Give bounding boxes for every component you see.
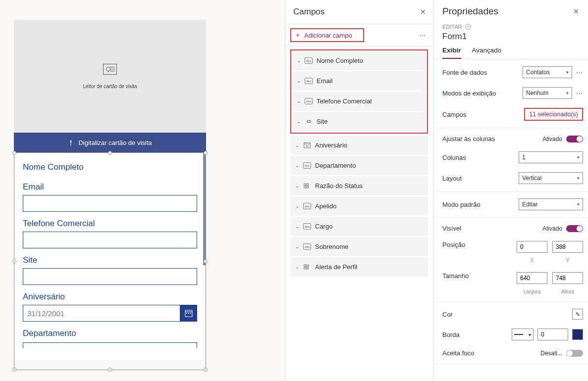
prop-label: Tamanho (442, 272, 469, 280)
field-list-item[interactable]: ⌄Site (292, 112, 427, 131)
position-x-input[interactable] (517, 241, 547, 253)
field-telefone-comercial[interactable]: Telefone Comercial (23, 219, 197, 248)
field-email[interactable]: Email (23, 182, 197, 212)
field-type-icon: Abc (305, 78, 313, 84)
field-list-item[interactable]: ⌄AbcCargo (290, 217, 428, 236)
svg-rect-26 (304, 265, 306, 267)
color-picker[interactable] (572, 309, 583, 320)
field-list-item[interactable]: ⌄AbcApelido (290, 196, 428, 216)
dropdown-value: Vertical (522, 175, 541, 182)
field-nome-completo[interactable]: Nome Completo (23, 162, 197, 175)
focus-toggle[interactable] (566, 350, 583, 357)
field-item-label: Cargo (315, 223, 332, 230)
more-icon[interactable]: ⋯ (576, 90, 583, 97)
field-list-item[interactable]: ⌄Alerta de Perfil (290, 257, 428, 277)
prop-label: Aceita foco (442, 349, 474, 357)
resize-handle[interactable] (12, 368, 16, 372)
tab-exibir[interactable]: Exibir (442, 47, 461, 59)
snap-columns-toggle[interactable] (566, 136, 583, 143)
chevron-down-icon: ⌄ (297, 58, 301, 63)
size-height-input[interactable] (552, 272, 583, 284)
field-list-item[interactable]: ⌄AbcNome Completo (292, 51, 427, 70)
field-type-icon (303, 264, 311, 270)
close-icon[interactable]: ✕ (573, 7, 579, 15)
field-list-item[interactable]: ⌄AbcEmail (292, 71, 427, 91)
email-input[interactable] (23, 195, 197, 212)
scan-card-label: Digitalizar cartão de visita (78, 139, 152, 146)
svg-rect-19 (307, 186, 309, 188)
field-list-item[interactable]: ⌄AbcDepartamento (290, 156, 428, 175)
more-icon[interactable]: ⋯ (576, 69, 583, 76)
border-style-dropdown[interactable]: ▾ (512, 329, 534, 340)
field-type-icon: Abc (305, 98, 313, 104)
departamento-input[interactable] (23, 342, 197, 348)
dropdown-value: 1 (522, 154, 526, 161)
fields-selected-link[interactable]: 11 selecionado(s) (524, 108, 583, 121)
dropdown-value: Editar (522, 201, 537, 208)
svg-text:Abc: Abc (306, 79, 312, 83)
date-picker-button[interactable] (180, 305, 197, 322)
fields-panel: Campos ✕ ＋ Adicionar campo ⋯ ⌄AbcNome Co… (285, 0, 433, 381)
chevron-down-icon: ▾ (577, 202, 580, 207)
prop-label: Campos (442, 111, 466, 118)
properties-title: Propriedades (442, 6, 498, 17)
fields-list: ⌄AbcNome Completo⌄AbcEmail⌄AbcTelefone C… (285, 47, 433, 381)
chevron-down-icon: ▾ (577, 176, 580, 181)
site-input[interactable] (23, 268, 197, 285)
axis-label: Largura (517, 289, 547, 294)
border-width-input[interactable] (537, 329, 568, 340)
field-site[interactable]: Site (23, 255, 197, 285)
svg-text:Abc: Abc (305, 204, 310, 208)
data-source-dropdown[interactable]: Contatos ▾ (523, 66, 572, 78)
close-icon[interactable]: ✕ (420, 8, 426, 16)
form-scrollbar[interactable] (203, 152, 206, 265)
info-icon[interactable]: ? (465, 24, 471, 30)
toggle-state: Ativado (542, 136, 562, 143)
field-list-item[interactable]: ⌄Razão do Status (290, 176, 428, 195)
prop-label: Fonte de dados (442, 69, 487, 76)
aniversario-input[interactable] (23, 305, 180, 322)
prop-label: Colunas (442, 154, 466, 161)
chevron-down-icon: ⌄ (297, 98, 301, 104)
field-list-item[interactable]: ⌄AbcSobrenome (290, 237, 428, 256)
field-list-item[interactable]: ⌄21Aniversário (290, 136, 428, 155)
chevron-down-icon: ⌄ (295, 264, 299, 270)
tab-avancado[interactable]: Avançado (472, 47, 502, 59)
phone-preview[interactable]: Leitor de cartão de visita ⭱ Digitalizar… (14, 20, 206, 360)
border-color-picker[interactable] (572, 329, 583, 340)
resize-handle[interactable] (204, 368, 208, 372)
field-aniversario[interactable]: Aniversário (23, 292, 197, 322)
display-mode-dropdown[interactable]: Nenhum ▾ (523, 87, 572, 99)
chevron-down-icon: ⌄ (295, 244, 299, 249)
highlighted-fields-group: ⌄AbcNome Completo⌄AbcEmail⌄AbcTelefone C… (290, 49, 428, 134)
add-field-button[interactable]: ＋ Adicionar campo (290, 28, 364, 42)
dropdown-value: Contatos (526, 69, 550, 76)
contact-card-icon (103, 64, 117, 75)
field-type-icon: Abc (303, 223, 311, 230)
default-mode-dropdown[interactable]: Editar ▾ (519, 198, 583, 210)
canvas-area[interactable]: Leitor de cartão de visita ⭱ Digitalizar… (0, 0, 285, 381)
form-body[interactable]: Nome Completo Email Telefone Comercial S… (14, 152, 206, 360)
chevron-down-icon: ▾ (529, 332, 531, 337)
selected-control-name: Form1 (433, 32, 588, 47)
field-departamento[interactable]: Departamento (23, 329, 197, 350)
chevron-down-icon: ⌄ (295, 183, 299, 189)
svg-rect-4 (190, 313, 191, 314)
resize-handle[interactable] (108, 368, 112, 372)
chevron-down-icon: ▾ (566, 70, 569, 75)
layout-dropdown[interactable]: Vertical ▾ (519, 172, 583, 184)
telefone-input[interactable] (23, 232, 197, 248)
more-icon[interactable]: ⋯ (419, 32, 426, 39)
properties-panel: Propriedades ✕ EDITAR ? Form1 Exibir Ava… (433, 0, 588, 381)
visible-toggle[interactable] (566, 225, 583, 232)
svg-text:21: 21 (306, 144, 309, 147)
field-item-label: Email (317, 77, 333, 85)
field-list-item[interactable]: ⌄AbcTelefone Comercial (292, 92, 427, 111)
chevron-down-icon: ▾ (577, 155, 580, 160)
position-y-input[interactable] (552, 241, 583, 253)
size-width-input[interactable] (517, 272, 547, 284)
field-item-label: Apelido (315, 202, 336, 210)
card-reader-area[interactable]: Leitor de cartão de visita (14, 20, 206, 133)
columns-dropdown[interactable]: 1 ▾ (519, 151, 583, 163)
scan-card-button[interactable]: ⭱ Digitalizar cartão de visita (14, 133, 206, 152)
